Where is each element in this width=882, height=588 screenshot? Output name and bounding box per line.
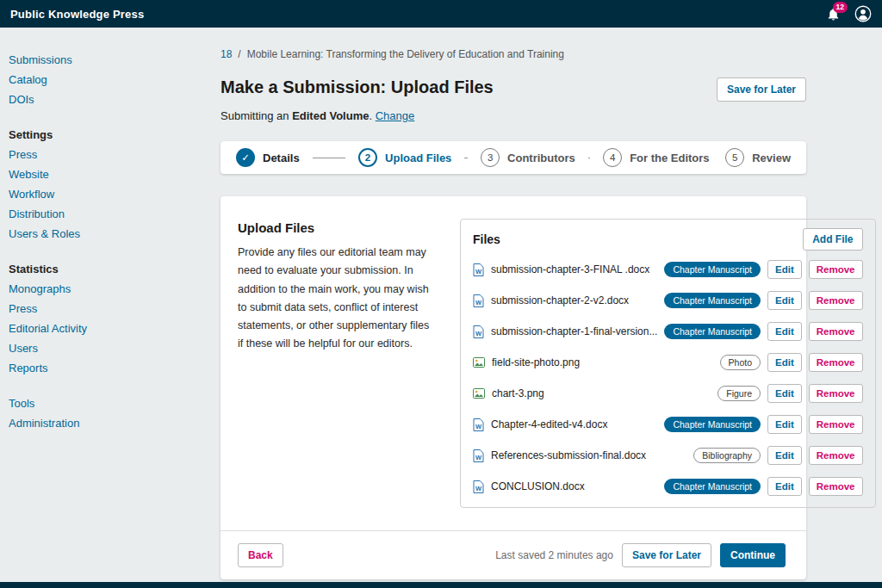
step-connector bbox=[313, 158, 345, 158]
user-menu-button[interactable] bbox=[854, 5, 872, 22]
sidebar-section-header: Settings bbox=[9, 125, 164, 145]
image-icon bbox=[473, 357, 485, 368]
step[interactable]: 2 Upload Files bbox=[358, 148, 451, 167]
file-row: W submission-chapter-2-v2.docx Chapter M… bbox=[473, 285, 863, 316]
sidebar-item[interactable]: Tools bbox=[9, 393, 164, 413]
edit-button[interactable]: Edit bbox=[767, 353, 802, 372]
file-row: W submission-chapter-1-final-version... … bbox=[473, 316, 863, 347]
sidebar-item[interactable]: Catalog bbox=[9, 70, 164, 90]
sidebar-item[interactable]: DOIs bbox=[9, 90, 164, 109]
file-row: W References-submission-final.docx Bibli… bbox=[473, 440, 863, 471]
edit-button[interactable]: Edit bbox=[767, 415, 802, 434]
step[interactable]: 5 Review bbox=[725, 148, 791, 167]
step[interactable]: 4 For the Editors bbox=[603, 148, 709, 167]
file-row: W submission-chapter-3-FINAL .docx Chapt… bbox=[473, 254, 863, 285]
word-doc-icon: W bbox=[473, 263, 484, 276]
word-doc-icon: W bbox=[473, 418, 484, 431]
sidebar-item[interactable]: Website bbox=[9, 164, 164, 184]
word-doc-icon: W bbox=[473, 294, 484, 307]
sidebar-item[interactable]: Administration bbox=[9, 413, 164, 433]
notification-badge: 12 bbox=[833, 2, 848, 13]
sidebar-item[interactable]: Submissions bbox=[9, 50, 164, 70]
step-wrap: 3 Contributors bbox=[481, 148, 603, 167]
page-footer-bar bbox=[0, 582, 882, 588]
file-row: W Chapter-4-edited-v4.docx Chapter Manus… bbox=[473, 409, 863, 440]
sidebar: Submissions Catalog DOIs Settings Press … bbox=[0, 28, 172, 582]
step-indicator: 2 bbox=[358, 148, 377, 167]
remove-button[interactable]: Remove bbox=[809, 446, 863, 465]
file-name: submission-chapter-2-v2.docx bbox=[491, 294, 657, 306]
remove-button[interactable]: Remove bbox=[809, 322, 863, 341]
sidebar-item[interactable]: Users bbox=[9, 338, 164, 358]
add-file-button[interactable]: Add File bbox=[803, 228, 862, 251]
sidebar-item[interactable]: Press bbox=[9, 299, 164, 319]
file-name: References-submission-final.docx bbox=[491, 449, 686, 461]
sidebar-item[interactable]: Distribution bbox=[9, 204, 164, 224]
files-panel-title: Files bbox=[473, 232, 500, 246]
notifications-button[interactable]: 12 bbox=[826, 7, 841, 22]
genre-badge: Chapter Manuscript bbox=[664, 324, 761, 339]
sidebar-item[interactable]: Workflow bbox=[9, 184, 164, 204]
svg-text:W: W bbox=[475, 453, 482, 461]
change-type-link[interactable]: Change bbox=[376, 109, 415, 122]
genre-badge: Chapter Manuscript bbox=[664, 417, 761, 432]
sidebar-item[interactable]: Users & Roles bbox=[9, 224, 164, 244]
step-wrap: ✓ Details bbox=[236, 148, 358, 167]
genre-badge: Photo bbox=[720, 355, 761, 370]
breadcrumb-title: Mobile Learning: Transforming the Delive… bbox=[247, 48, 564, 60]
svg-text:W: W bbox=[475, 422, 482, 430]
subtitle-suffix: . bbox=[369, 109, 372, 122]
step-connector bbox=[588, 158, 590, 158]
image-icon bbox=[473, 388, 485, 399]
remove-button[interactable]: Remove bbox=[809, 353, 863, 372]
submission-stepper: ✓ Details 2 Upload Files bbox=[220, 141, 806, 174]
back-button[interactable]: Back bbox=[238, 543, 283, 567]
subtitle-prefix: Submitting an bbox=[220, 109, 289, 122]
step-indicator: ✓ bbox=[236, 148, 255, 167]
edit-button[interactable]: Edit bbox=[767, 477, 802, 496]
remove-button[interactable]: Remove bbox=[809, 415, 863, 434]
file-name: Chapter-4-edited-v4.docx bbox=[491, 418, 657, 430]
save-for-later-button-top[interactable]: Save for Later bbox=[717, 77, 806, 102]
save-for-later-button-bottom[interactable]: Save for Later bbox=[622, 543, 711, 567]
remove-button[interactable]: Remove bbox=[809, 477, 863, 496]
genre-badge: Bibliography bbox=[693, 448, 761, 463]
svg-text:W: W bbox=[475, 267, 482, 275]
file-name: field-site-photo.png bbox=[492, 356, 713, 368]
edit-button[interactable]: Edit bbox=[767, 384, 802, 403]
main-area: 18 / Mobile Learning: Transforming the D… bbox=[172, 28, 882, 582]
genre-badge: Chapter Manuscript bbox=[664, 262, 761, 277]
upload-description-column: Upload Files Provide any files our edito… bbox=[238, 219, 434, 508]
svg-text:W: W bbox=[475, 484, 482, 492]
breadcrumb: 18 / Mobile Learning: Transforming the D… bbox=[220, 48, 806, 60]
user-icon bbox=[854, 5, 872, 22]
page-layout: Submissions Catalog DOIs Settings Press … bbox=[0, 28, 882, 582]
upload-files-heading: Upload Files bbox=[238, 220, 434, 235]
svg-text:W: W bbox=[475, 329, 482, 337]
edit-button[interactable]: Edit bbox=[767, 260, 802, 279]
remove-button[interactable]: Remove bbox=[809, 384, 863, 403]
step[interactable]: ✓ Details bbox=[236, 148, 300, 167]
continue-button[interactable]: Continue bbox=[720, 543, 786, 567]
sidebar-item[interactable]: Editorial Activity bbox=[9, 319, 164, 338]
edit-button[interactable]: Edit bbox=[767, 446, 802, 465]
sidebar-item[interactable]: Press bbox=[9, 145, 164, 164]
sidebar-item[interactable]: Reports bbox=[9, 358, 164, 378]
file-name: CONCLUSION.docx bbox=[491, 480, 657, 492]
upload-files-description: Provide any files our editorial team may… bbox=[238, 244, 434, 354]
topbar: Public Knowledge Press 12 bbox=[0, 0, 882, 28]
step[interactable]: 3 Contributors bbox=[481, 148, 575, 167]
sidebar-section-header: Statistics bbox=[9, 259, 164, 279]
file-row: W CONCLUSION.docx Chapter Manuscript Edi… bbox=[473, 471, 863, 502]
press-name-link[interactable]: Public Knowledge Press bbox=[10, 8, 144, 21]
edit-button[interactable]: Edit bbox=[767, 291, 802, 310]
breadcrumb-submission-id[interactable]: 18 bbox=[220, 48, 232, 60]
breadcrumb-separator: / bbox=[238, 48, 240, 60]
remove-button[interactable]: Remove bbox=[809, 291, 863, 310]
submission-type-line: Submitting an Edited Volume. Change bbox=[220, 109, 806, 122]
page-title: Make a Submission: Upload Files bbox=[220, 77, 494, 97]
edit-button[interactable]: Edit bbox=[767, 322, 802, 341]
file-name: submission-chapter-1-final-version... bbox=[491, 325, 657, 337]
remove-button[interactable]: Remove bbox=[809, 260, 863, 279]
sidebar-item[interactable]: Monographs bbox=[9, 279, 164, 299]
